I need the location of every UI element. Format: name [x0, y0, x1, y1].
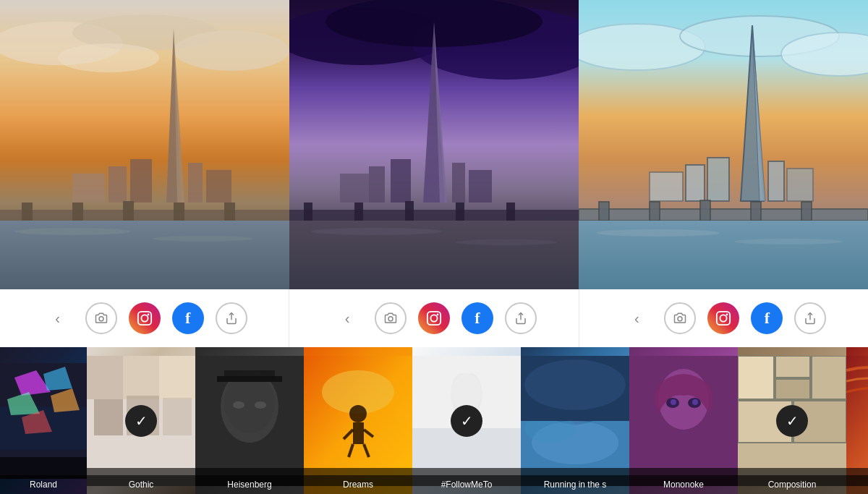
back-button-2[interactable]: ‹	[331, 302, 363, 334]
instagram-button-3[interactable]	[707, 302, 739, 334]
camera-button-1[interactable]	[85, 302, 117, 334]
image-panel-1	[0, 0, 289, 289]
back-button-3[interactable]: ‹	[621, 302, 652, 334]
svg-rect-54	[650, 202, 660, 221]
filter-label-gothic: Gothic	[87, 475, 195, 494]
filter-item-gothic[interactable]: ✓ Gothic	[87, 347, 195, 494]
camera-button-3[interactable]	[664, 302, 696, 334]
action-bar: ‹ f	[0, 289, 868, 347]
svg-rect-37	[506, 203, 515, 221]
facebook-button-2[interactable]: f	[461, 302, 493, 334]
filter-check-gothic: ✓	[125, 405, 157, 437]
filter-item-mononoke[interactable]: Mononoke	[629, 347, 738, 494]
svg-rect-130	[738, 356, 774, 399]
svg-point-99	[255, 401, 266, 409]
filter-label-heisenberg: Heisenberg	[195, 475, 304, 494]
filter-item-scream[interactable]: The Screa	[846, 347, 868, 494]
svg-point-4	[58, 43, 159, 72]
svg-rect-30	[469, 170, 492, 203]
share-button-2[interactable]	[505, 302, 537, 334]
svg-point-39	[311, 228, 441, 235]
share-button-1[interactable]	[216, 302, 247, 334]
svg-point-59	[597, 229, 720, 237]
svg-rect-50	[787, 169, 813, 201]
svg-rect-12	[0, 210, 289, 221]
svg-rect-31	[340, 174, 369, 203]
filter-label-composition: Composition	[738, 475, 846, 494]
filter-label-mononoke: Mononoke	[629, 475, 738, 494]
svg-rect-56	[751, 202, 761, 221]
filter-item-roland[interactable]: Roland	[0, 347, 87, 494]
svg-rect-8	[109, 166, 127, 203]
facebook-button-3[interactable]: f	[751, 302, 783, 334]
svg-rect-85	[87, 356, 123, 399]
svg-rect-10	[206, 170, 231, 203]
svg-point-66	[388, 317, 393, 321]
svg-point-126	[671, 399, 676, 405]
filter-item-running[interactable]: Running in the s	[521, 347, 629, 494]
image-panel-3	[579, 0, 868, 289]
svg-rect-27	[391, 159, 411, 203]
svg-rect-34	[354, 203, 363, 221]
action-section-3: ‹ f	[579, 289, 868, 347]
svg-rect-90	[163, 398, 192, 435]
filter-strip: Roland ✓ Gothic	[0, 347, 868, 494]
svg-rect-62	[137, 312, 150, 325]
svg-point-61	[99, 317, 103, 321]
svg-point-104	[349, 405, 367, 422]
svg-rect-29	[452, 163, 465, 203]
filter-label-dreams: Dreams	[304, 475, 412, 494]
svg-point-69	[437, 314, 439, 316]
instagram-button-1[interactable]	[129, 302, 161, 334]
image-panels	[0, 0, 868, 289]
svg-rect-55	[700, 200, 710, 221]
svg-rect-97	[217, 376, 282, 382]
app-container: ‹ f	[0, 0, 868, 494]
svg-rect-131	[775, 356, 810, 378]
svg-point-3	[174, 30, 289, 71]
svg-point-63	[141, 315, 148, 321]
facebook-button-1[interactable]: f	[172, 302, 204, 334]
svg-rect-47	[707, 158, 729, 201]
svg-rect-16	[174, 203, 184, 221]
svg-rect-105	[353, 422, 364, 444]
camera-button-2[interactable]	[375, 302, 407, 334]
filter-label-running: Running in the s	[521, 475, 629, 494]
filter-label-followmeto: #FollowMeTo	[412, 475, 521, 494]
svg-rect-9	[188, 163, 203, 203]
svg-rect-13	[22, 203, 33, 221]
filter-item-dreams[interactable]: Dreams	[304, 347, 412, 494]
svg-rect-17	[224, 203, 235, 221]
svg-rect-53	[599, 202, 609, 221]
svg-rect-28	[369, 166, 385, 203]
svg-point-40	[456, 239, 557, 245]
svg-rect-72	[717, 312, 730, 325]
svg-point-127	[692, 399, 698, 405]
filter-label-roland: Roland	[0, 475, 87, 494]
svg-rect-33	[304, 203, 312, 221]
svg-rect-87	[159, 356, 195, 399]
instagram-button-2[interactable]	[418, 302, 450, 334]
action-section-2: ‹ f	[289, 289, 579, 347]
back-button-1[interactable]: ‹	[42, 302, 74, 334]
svg-rect-57	[801, 202, 812, 221]
svg-point-120	[524, 359, 626, 410]
svg-point-73	[720, 315, 727, 321]
filter-item-composition[interactable]: ✓ Composition	[738, 347, 846, 494]
filter-item-heisenberg[interactable]: Heisenberg	[195, 347, 304, 494]
svg-point-60	[734, 239, 843, 244]
svg-rect-52	[579, 209, 868, 221]
svg-rect-67	[427, 312, 441, 325]
svg-point-20	[152, 236, 253, 242]
filter-item-followmeto[interactable]: ✓ #FollowMeTo	[412, 347, 521, 494]
svg-rect-86	[123, 356, 159, 399]
share-button-3[interactable]	[794, 302, 826, 334]
svg-point-98	[233, 401, 244, 409]
svg-rect-35	[405, 201, 414, 221]
svg-rect-49	[768, 161, 784, 201]
svg-point-74	[726, 314, 728, 316]
svg-rect-88	[94, 399, 123, 435]
svg-rect-14	[72, 203, 83, 221]
svg-rect-15	[123, 201, 134, 221]
svg-point-64	[147, 314, 149, 316]
